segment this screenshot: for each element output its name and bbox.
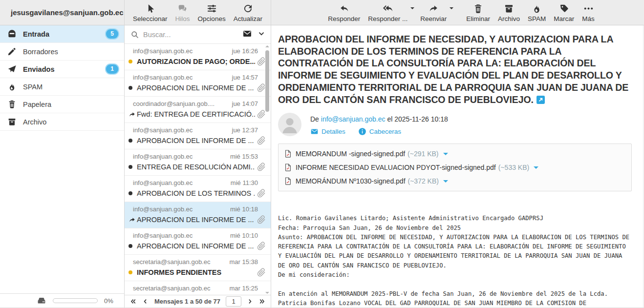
reply-button[interactable]: Responder <box>328 2 360 22</box>
message-list-item[interactable]: info@sanjuan.gob.ec jue 12:37 APROBACION… <box>125 123 271 149</box>
more-button[interactable]: Más <box>582 2 595 22</box>
message-list-item[interactable]: info@sanjuan.gob.ec mié 10:10 APROBACION… <box>125 228 271 255</box>
message-list-item[interactable]: info@sanjuan.gob.ec mié 10:18 APROBACION… <box>125 202 271 228</box>
message-subject: APROBACION DEL INFORME DE ... <box>137 242 255 250</box>
threads-label: Hilos <box>175 15 190 22</box>
message-sender: info@sanjuan.gob.ec <box>133 153 227 160</box>
options-button[interactable]: Opciones <box>198 2 226 22</box>
archive-button[interactable]: Archivo <box>498 2 520 22</box>
message-status-marker[interactable] <box>129 111 137 118</box>
page-number-input[interactable] <box>226 296 241 307</box>
message-list-item[interactable]: info@sanjuan.gob.ec mié 11:30 APROBACION… <box>125 176 271 202</box>
search-options-chevron-down-icon[interactable] <box>257 29 266 40</box>
attachment-row[interactable]: INFORME NECESIDAD EVALUACION PDYOT-signe… <box>283 161 626 174</box>
message-sender: secretaria@sanjuan.gob.ec <box>133 258 226 266</box>
message-sender: info@sanjuan.gob.ec <box>133 179 228 186</box>
next-page-button[interactable] <box>244 297 256 306</box>
attachment-size: (~533 KB) <box>498 164 529 171</box>
attachment-paperclip-icon <box>257 163 266 171</box>
sidebar-item-inbox[interactable]: Entrada 5 <box>0 25 124 43</box>
message-sender: info@sanjuan.gob.ec <box>133 47 229 55</box>
attachment-name[interactable]: MEMORÁNDUM Nº1030-signed.pdf <box>296 177 406 185</box>
sidebar-item-spam[interactable]: SPAM <box>0 78 124 96</box>
folder-label: SPAM <box>23 83 43 91</box>
unread-dot-icon <box>129 270 132 274</box>
select-button[interactable]: Seleccionar <box>133 2 168 22</box>
message-list-item[interactable]: coordinador@sanjuan.gob.... jue 14:07 Fw… <box>125 97 271 123</box>
sidebar-item-sent[interactable]: Enviados 1 <box>0 61 124 78</box>
first-page-button[interactable] <box>128 297 139 306</box>
message-date: mié 10:18 <box>230 205 258 213</box>
message-date: mar 15:25 <box>229 285 258 292</box>
sidebar-item-drafts[interactable]: Borradores <box>0 43 124 61</box>
folder-label: Entrada <box>23 30 49 38</box>
sidebar-item-archive[interactable]: Archivo <box>0 113 124 131</box>
quota-progress-bar <box>53 298 98 303</box>
list-scrollbar-thumb[interactable] <box>265 50 269 112</box>
attachment-name[interactable]: MEMORANDUM -signed-signed.pdf <box>296 150 405 158</box>
threads-button[interactable]: Hilos <box>175 2 190 22</box>
reply-all-icon <box>383 3 393 14</box>
refresh-button[interactable]: Actualizar <box>234 2 262 22</box>
refresh-label: Actualizar <box>234 15 262 22</box>
message-status-marker[interactable] <box>129 139 137 143</box>
message-sender: info@sanjuan.gob.ec <box>133 126 229 134</box>
trash-icon <box>473 3 483 14</box>
mark-button[interactable]: Marcar <box>554 2 574 22</box>
pencil-icon <box>7 47 17 56</box>
sidebar-item-trash[interactable]: Papelera <box>0 96 124 113</box>
forward-button[interactable]: Reenviar <box>420 2 447 22</box>
folder-label: Papelera <box>23 101 51 108</box>
message-status-marker[interactable] <box>129 165 137 169</box>
unread-dot-icon <box>129 139 132 143</box>
headers-toggle[interactable]: Cabeceras <box>358 127 401 136</box>
forward-dropdown-caret-icon[interactable] <box>450 7 453 11</box>
open-in-new-window-icon[interactable] <box>537 95 545 107</box>
message-status-marker[interactable] <box>129 191 137 195</box>
fire-icon <box>532 3 542 14</box>
refresh-icon <box>243 3 253 14</box>
message-list-item[interactable]: secretaria@sanjuan.gob.ec mar 15:25 <box>125 281 271 295</box>
message-list-item[interactable]: info@sanjuan.gob.ec mié 15:53 ENTREGA DE… <box>125 149 271 176</box>
more-dots-icon <box>583 3 594 14</box>
attachment-name[interactable]: INFORME NECESIDAD EVALUACION PDYOT-signe… <box>296 164 496 171</box>
sender-email-link[interactable]: info@sanjuan.gob.ec <box>321 115 386 123</box>
details-toggle[interactable]: Detalles <box>310 127 345 136</box>
message-status-marker[interactable] <box>129 270 137 274</box>
spam-button[interactable]: SPAM <box>528 2 546 22</box>
last-page-button[interactable] <box>257 297 268 306</box>
message-date: mar 15:38 <box>229 258 258 266</box>
unread-dot-icon <box>129 244 132 248</box>
reply-all-button[interactable]: Responder ... <box>368 2 408 22</box>
message-status-marker[interactable] <box>129 244 137 248</box>
attachment-menu-caret-icon[interactable] <box>534 166 538 171</box>
webmail-app: jesusgavilanes@sanjuan.gob.ec Entrada 5 … <box>0 0 644 308</box>
message-status-marker[interactable] <box>129 86 137 90</box>
message-status-marker[interactable] <box>129 216 137 224</box>
spam-label: SPAM <box>528 15 546 22</box>
reply-all-dropdown-caret-icon[interactable] <box>410 7 414 11</box>
pager-bar: Mensajes 1 a 50 de 77 <box>125 295 271 308</box>
message-body: Lic. Romario Gavilanes Litardo; Asistent… <box>278 214 632 308</box>
folder-label: Enviados <box>23 65 54 73</box>
message-status-marker[interactable] <box>129 60 137 63</box>
message-date: jue 14:57 <box>232 74 258 81</box>
attachment-row[interactable]: MEMORANDUM -signed-signed.pdf (~291 KB) <box>283 147 626 161</box>
attachment-menu-caret-icon[interactable] <box>443 180 448 185</box>
archive-icon <box>7 117 17 126</box>
prev-page-button[interactable] <box>140 297 151 306</box>
message-list-item[interactable]: info@sanjuan.gob.ec jue 16:26 AUTORIZACI… <box>125 44 271 70</box>
attachment-paperclip-icon <box>257 57 266 66</box>
attachment-row[interactable]: MEMORÁNDUM Nº1030-signed.pdf (~372 KB) <box>283 174 626 188</box>
delete-button[interactable]: Eliminar <box>466 2 490 22</box>
sidebar: jesusgavilanes@sanjuan.gob.ec Entrada 5 … <box>0 0 125 308</box>
message-subject: APROBACION DEL INFORME DE ... <box>137 84 255 92</box>
attachment-menu-caret-icon[interactable] <box>443 153 448 158</box>
unseen-filter-envelope-icon[interactable] <box>242 29 252 41</box>
body-line: Fecha: Parroquia San Juan, 26 de Noviemb… <box>278 224 632 233</box>
message-list-item[interactable]: secretaria@sanjuan.gob.ec mar 15:38 INFO… <box>125 255 271 281</box>
list-toolbar: Seleccionar Hilos Opciones Actualizar <box>125 0 271 25</box>
pdf-file-icon <box>283 177 292 185</box>
search-input[interactable] <box>143 31 242 39</box>
message-list-item[interactable]: info@sanjuan.gob.ec jue 14:57 APROBACION… <box>125 70 271 97</box>
